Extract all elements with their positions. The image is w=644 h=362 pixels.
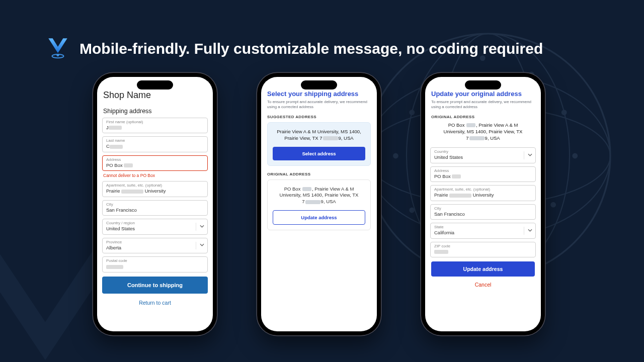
country-value: United States <box>434 155 524 160</box>
apartment-value: Prairie University <box>106 189 204 194</box>
phone-mock-update-address: Update your original address To ensure p… <box>421 73 545 335</box>
address-value: PO Box <box>106 163 204 168</box>
apartment-value: Prairie University <box>434 193 532 198</box>
original-address-card: PO Box , Prairie View A & M University, … <box>267 179 371 230</box>
cancel-link[interactable]: Cancel <box>430 282 536 288</box>
update-address-button[interactable]: Update address <box>273 210 365 225</box>
dialog-subtitle: To ensure prompt and accurate delivery, … <box>431 100 535 110</box>
country-select[interactable]: Country United States <box>430 147 536 163</box>
last-name-field[interactable]: Last name C <box>102 136 208 152</box>
update-address-button[interactable]: Update address <box>431 261 535 277</box>
app-logo-icon <box>45 35 70 62</box>
original-address-text: PO Box , Prairie View A & M University, … <box>434 122 532 141</box>
continue-to-shipping-button[interactable]: Continue to shipping <box>102 277 208 294</box>
zip-code-field[interactable]: ZIP code <box>430 242 536 257</box>
return-to-cart-link[interactable]: Return to cart <box>102 300 208 306</box>
original-address-text: PO Box , Prairie View A & M University, … <box>273 186 365 205</box>
address-label: Address <box>106 158 204 162</box>
shop-name: Shop Name <box>103 90 207 101</box>
address-value: PO Box <box>434 174 532 179</box>
dialog-subtitle: To ensure prompt and accurate delivery, … <box>267 100 371 110</box>
select-address-button[interactable]: Select address <box>273 147 365 160</box>
postal-code-value <box>106 264 204 269</box>
apartment-label: Apartment, suite, etc. (optional) <box>434 188 532 192</box>
city-label: City <box>434 207 532 211</box>
state-value: California <box>434 230 524 235</box>
page-headline: Mobile-friendly. Fully customizable mess… <box>79 40 543 57</box>
postal-code-field[interactable]: Postal code <box>102 256 208 272</box>
dialog-title: Update your original address <box>431 90 535 98</box>
original-address-heading: ORIGINAL ADDRESS <box>431 115 535 119</box>
first-name-label: First name (optional) <box>106 120 204 124</box>
dialog-title: Select your shipping address <box>267 90 371 98</box>
last-name-value: C <box>106 144 204 149</box>
phone-notch <box>465 80 501 89</box>
suggested-address-text: Prairie View A & M University, MS 1400, … <box>273 129 365 142</box>
postal-code-label: Postal code <box>106 259 204 263</box>
apartment-label: Apartment, suite, etc. (optional) <box>106 184 204 188</box>
city-value: San Francisco <box>106 208 204 213</box>
zip-code-label: ZIP code <box>434 244 532 248</box>
chevron-down-icon <box>528 228 532 233</box>
phone-notch <box>301 80 337 89</box>
country-value: United States <box>106 226 196 231</box>
apartment-field[interactable]: Apartment, suite, etc. (optional) Prairi… <box>102 181 208 197</box>
country-select[interactable]: Country / region United States <box>102 219 208 234</box>
province-label: Province <box>106 240 196 244</box>
phone-notch <box>137 80 173 89</box>
apartment-field[interactable]: Apartment, suite, etc. (optional) Prairi… <box>430 185 536 201</box>
first-name-field[interactable]: First name (optional) J <box>102 118 208 133</box>
address-label: Address <box>434 169 532 173</box>
chevron-down-icon <box>200 224 204 229</box>
city-label: City <box>106 203 204 207</box>
original-address-heading: ORIGINAL ADDRESS <box>267 172 371 176</box>
address-field[interactable]: Address PO Box <box>102 155 208 171</box>
address-field[interactable]: Address PO Box <box>430 166 536 182</box>
address-error-message: Cannot deliver to a PO Box <box>103 173 207 178</box>
svg-point-17 <box>56 54 59 56</box>
suggested-address-heading: SUGGESTED ADDRESS <box>267 115 371 119</box>
city-value: San Francisco <box>434 212 532 217</box>
city-field[interactable]: City San Francisco <box>102 200 208 216</box>
phone-mock-checkout: Shop Name Shipping address First name (o… <box>93 73 217 335</box>
state-select[interactable]: State California <box>430 223 536 238</box>
country-label: Country / region <box>106 221 196 225</box>
province-select[interactable]: Province Alberta <box>102 238 208 253</box>
last-name-label: Last name <box>106 139 204 143</box>
chevron-down-icon <box>200 243 204 248</box>
phone-mock-select-address: Select your shipping address To ensure p… <box>257 73 381 335</box>
chevron-down-icon <box>528 153 532 158</box>
province-value: Alberta <box>106 245 196 250</box>
first-name-value: J <box>106 125 204 130</box>
country-label: Country <box>434 150 524 154</box>
zip-code-value <box>434 249 532 254</box>
city-field[interactable]: City San Francisco <box>430 204 536 220</box>
section-title: Shipping address <box>103 108 207 115</box>
state-label: State <box>434 225 524 229</box>
suggested-address-card: Prairie View A & M University, MS 1400, … <box>267 122 371 166</box>
